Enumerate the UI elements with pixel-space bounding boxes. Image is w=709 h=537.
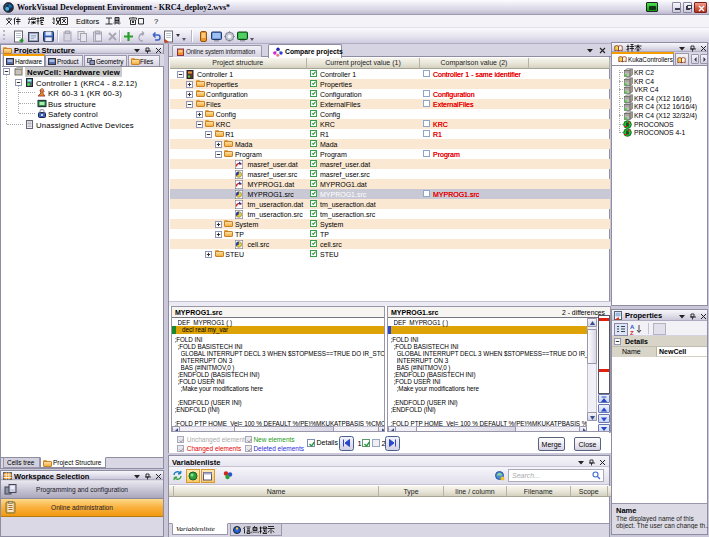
svg-text:Z: Z bbox=[630, 329, 634, 335]
